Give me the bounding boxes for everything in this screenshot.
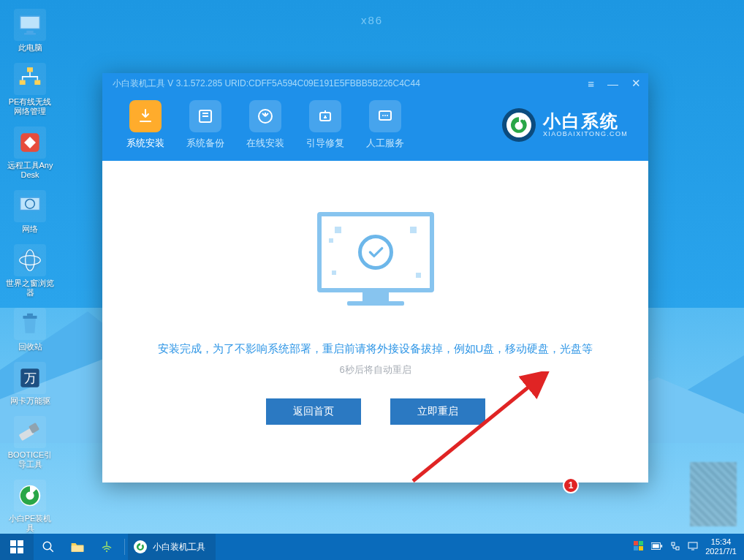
- netfolder-icon: [14, 190, 46, 222]
- svg-point-40: [384, 115, 386, 116]
- tab-label: 系统备份: [175, 137, 235, 150]
- svg-rect-61: [676, 547, 679, 550]
- service-icon: [369, 100, 401, 132]
- app-window: 小白装机工具 V 3.1.572.285 URID:CDFF5A594C09E1…: [102, 73, 648, 483]
- tab-label: 系统安装: [115, 137, 175, 150]
- close-button[interactable]: ✕: [631, 77, 641, 90]
- desktop: 此电脑PE有线无线网络管理远程工具AnyDesk网络世界之窗浏览器回收站万网卡万…: [0, 0, 110, 560]
- taskbar-app-button[interactable]: 小白装机工具: [128, 534, 216, 560]
- svg-point-48: [43, 542, 51, 550]
- install-icon: [129, 100, 162, 132]
- svg-point-14: [20, 250, 41, 271]
- svg-rect-45: [18, 540, 23, 546]
- tray-battery-icon[interactable]: [651, 542, 663, 552]
- tab-boot[interactable]: 引导修复: [295, 100, 355, 150]
- desktop-icon-label: 回收站: [6, 342, 54, 352]
- brand-name: 小白系统: [543, 112, 628, 131]
- svg-rect-58: [661, 545, 663, 548]
- start-button[interactable]: [0, 534, 34, 560]
- recycle-icon: [14, 308, 46, 340]
- anydesk-icon: [14, 126, 46, 159]
- annotation-badge: 1: [563, 477, 579, 493]
- backup-icon: [189, 100, 221, 132]
- brand-logo-icon: [502, 108, 536, 142]
- brand-url: XIAOBAIXITONG.COM: [543, 131, 628, 138]
- tab-backup[interactable]: 系统备份: [175, 100, 235, 150]
- desktop-icon-xbpe[interactable]: 小白PE装机具: [6, 480, 54, 533]
- tray-flag-icon[interactable]: [634, 541, 644, 553]
- tab-service[interactable]: 人工服务: [355, 100, 415, 150]
- reboot-button[interactable]: 立即重启: [390, 398, 485, 425]
- desktop-icon-label: 此电脑: [6, 43, 54, 53]
- menu-button[interactable]: ≡: [588, 77, 594, 90]
- desktop-icon-label: 远程工具AnyDesk: [6, 161, 54, 180]
- system-tray: 15:34 2021/7/1: [634, 537, 744, 556]
- svg-line-49: [50, 548, 53, 552]
- tab-label: 人工服务: [355, 137, 415, 150]
- desktop-icon-anydesk[interactable]: 远程工具AnyDesk: [6, 126, 54, 180]
- taskbar-explorer-icon[interactable]: [63, 534, 92, 560]
- svg-rect-3: [20, 17, 39, 29]
- svg-rect-18: [27, 314, 33, 316]
- svg-rect-44: [10, 540, 16, 546]
- svg-rect-56: [639, 546, 643, 550]
- taskbar-time: 15:34: [705, 537, 737, 547]
- taskbar-date: 2021/7/1: [705, 547, 737, 556]
- home-button[interactable]: 返回首页: [266, 398, 361, 425]
- tab-label: 在线安装: [235, 137, 295, 150]
- desktop-icon-label: BOOTICE引导工具: [6, 450, 54, 469]
- svg-rect-55: [634, 546, 638, 550]
- svg-rect-5: [24, 33, 36, 34]
- success-monitor-icon: [317, 212, 434, 306]
- svg-rect-59: [653, 544, 659, 548]
- svg-point-42: [520, 119, 523, 122]
- tab-label: 引导修复: [295, 137, 355, 150]
- taskbar-clock[interactable]: 15:34 2021/7/1: [705, 537, 737, 556]
- titlebar: 小白装机工具 V 3.1.572.285 URID:CDFF5A594C09E1…: [102, 73, 648, 94]
- desktop-icon-netfolder[interactable]: 网络: [6, 190, 54, 234]
- minimize-button[interactable]: —: [607, 77, 618, 90]
- desktop-icon-wan[interactable]: 万网卡万能驱: [6, 362, 54, 406]
- window-title: 小白装机工具 V 3.1.572.285 URID:CDFF5A594C09E1…: [113, 77, 574, 90]
- taskbar-search-icon[interactable]: [34, 534, 63, 560]
- arch-label: x86: [361, 14, 383, 26]
- pc-icon: [14, 9, 46, 41]
- svg-rect-4: [26, 31, 34, 33]
- svg-point-51: [106, 550, 107, 552]
- svg-rect-54: [639, 541, 643, 545]
- svg-rect-46: [10, 548, 16, 553]
- watermark: [690, 462, 737, 526]
- taskbar-app-label: 小白装机工具: [153, 541, 205, 553]
- svg-rect-50: [72, 545, 84, 551]
- desktop-icon-bootice[interactable]: BOOTICE引导工具: [6, 416, 54, 469]
- browser-icon: [14, 244, 46, 276]
- xbpe-icon: [14, 480, 46, 512]
- desktop-icon-pc[interactable]: 此电脑: [6, 9, 54, 53]
- tab-install[interactable]: 系统安装: [115, 100, 175, 150]
- online-icon: [249, 100, 281, 132]
- svg-rect-62: [688, 542, 697, 548]
- svg-point-39: [382, 115, 384, 116]
- desktop-icon-label: 网卡万能驱: [6, 396, 54, 406]
- svg-rect-53: [634, 541, 638, 545]
- svg-point-41: [387, 115, 388, 116]
- boot-icon: [309, 100, 341, 132]
- bootice-icon: [14, 416, 46, 448]
- svg-rect-7: [20, 80, 26, 85]
- countdown-message: 6秒后将自动重启: [132, 363, 619, 377]
- wan-icon: 万: [14, 362, 46, 394]
- desktop-icon-browser[interactable]: 世界之窗浏览器: [6, 244, 54, 298]
- taskbar-network-icon[interactable]: [92, 534, 121, 560]
- tray-network-icon[interactable]: [670, 541, 680, 553]
- desktop-icon-recycle[interactable]: 回收站: [6, 308, 54, 352]
- desktop-icon-net[interactable]: PE有线无线网络管理: [6, 63, 54, 116]
- tab-online[interactable]: 在线安装: [235, 100, 295, 150]
- tray-monitor-icon[interactable]: [688, 541, 698, 553]
- svg-rect-60: [672, 542, 675, 545]
- net-icon: [14, 63, 46, 95]
- install-complete-message: 安装完成，为了不影响系统部署，重启前请将外接设备拔掉，例如U盘，移动硬盘，光盘等: [132, 342, 619, 356]
- svg-text:万: 万: [24, 371, 37, 385]
- desktop-icon-label: 网络: [6, 224, 54, 234]
- taskbar: 小白装机工具 15:34 2021/7/1: [0, 534, 744, 560]
- svg-rect-6: [27, 67, 33, 72]
